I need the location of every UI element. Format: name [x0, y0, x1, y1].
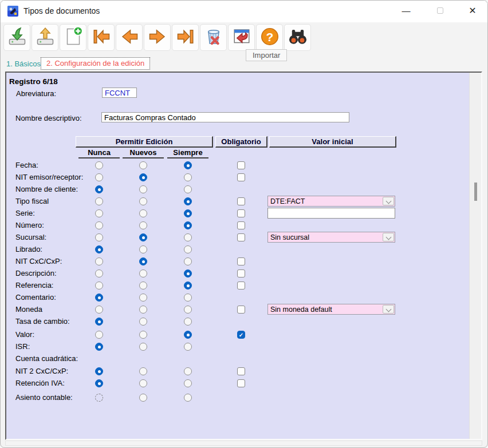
horizontal-scrollbar[interactable] — [5, 441, 482, 446]
radio-nunca[interactable] — [95, 318, 103, 326]
radio-siempre[interactable] — [184, 197, 192, 205]
radio-siempre[interactable] — [184, 282, 192, 290]
radio-nunca[interactable] — [95, 379, 103, 387]
obligatorio-checkbox[interactable] — [237, 197, 245, 205]
import-button[interactable] — [228, 24, 255, 51]
obligatorio-checkbox[interactable] — [237, 221, 245, 229]
save-record-button[interactable] — [3, 24, 30, 51]
radio-siempre[interactable] — [184, 209, 192, 217]
radio-nuevos[interactable] — [139, 245, 147, 253]
radio-siempre[interactable] — [184, 233, 192, 241]
valor-inicial-input[interactable] — [267, 208, 395, 219]
radio-nuevos[interactable] — [139, 379, 147, 387]
radio-nuevos[interactable] — [139, 318, 147, 326]
vertical-scrollbar-thumb[interactable] — [474, 183, 477, 201]
last-record-button[interactable] — [172, 24, 199, 51]
radio-siempre[interactable] — [184, 394, 192, 402]
obligatorio-checkbox[interactable] — [237, 282, 245, 290]
radio-nunca[interactable] — [95, 161, 103, 169]
maximize-button[interactable] — [427, 2, 452, 19]
radio-nunca[interactable] — [95, 294, 103, 302]
load-record-button[interactable] — [32, 24, 58, 51]
valor-inicial-dropdown[interactable]: DTE:FACT — [267, 196, 395, 207]
radio-nuevos[interactable] — [139, 221, 147, 229]
minimize-button[interactable]: — — [393, 2, 419, 19]
radio-siempre[interactable] — [184, 306, 192, 314]
radio-nunca[interactable] — [95, 306, 103, 314]
obligatorio-checkbox[interactable] — [237, 209, 245, 217]
radio-siempre[interactable] — [184, 343, 192, 351]
radio-nunca[interactable] — [95, 173, 103, 181]
obligatorio-checkbox[interactable] — [237, 306, 245, 314]
radio-siempre[interactable] — [184, 257, 192, 265]
abreviatura-field[interactable]: FCCNT — [102, 88, 137, 98]
chevron-down-icon[interactable] — [383, 305, 394, 314]
radio-nuevos[interactable] — [139, 185, 147, 193]
obligatorio-checkbox[interactable] — [237, 379, 245, 387]
radio-nuevos[interactable] — [139, 331, 147, 339]
previous-record-button[interactable] — [116, 24, 143, 51]
chevron-down-icon[interactable] — [383, 233, 394, 241]
radio-nuevos[interactable] — [139, 173, 147, 181]
valor-inicial-dropdown[interactable]: Sin sucursal — [267, 232, 395, 243]
obligatorio-checkbox[interactable] — [237, 161, 245, 169]
first-record-button[interactable] — [88, 24, 115, 51]
chevron-down-icon[interactable] — [383, 197, 394, 205]
valor-inicial-dropdown[interactable]: Sin moneda default — [267, 304, 395, 315]
title-bar: Tipos de documentos — ✕ — [1, 1, 487, 22]
radio-siempre[interactable] — [184, 161, 192, 169]
obligatorio-checkbox[interactable]: ✓ — [237, 331, 245, 339]
radio-nuevos[interactable] — [139, 269, 147, 277]
radio-nunca[interactable] — [95, 343, 103, 351]
radio-nuevos[interactable] — [139, 233, 147, 241]
radio-siempre[interactable] — [184, 245, 192, 253]
obligatorio-checkbox[interactable] — [237, 269, 245, 277]
radio-nuevos[interactable] — [139, 367, 147, 375]
radio-nunca[interactable] — [95, 331, 103, 339]
radio-siempre[interactable] — [184, 173, 192, 181]
radio-siempre[interactable] — [184, 269, 192, 277]
delete-record-button[interactable] — [200, 24, 227, 51]
radio-siempre[interactable] — [184, 294, 192, 302]
radio-nuevos[interactable] — [139, 394, 147, 402]
radio-siempre[interactable] — [184, 221, 192, 229]
radio-nunca[interactable] — [95, 394, 103, 402]
help-button[interactable]: ? — [256, 24, 283, 51]
radio-nunca[interactable] — [95, 233, 103, 241]
radio-nunca[interactable] — [95, 367, 103, 375]
radio-nuevos[interactable] — [139, 161, 147, 169]
radio-nunca[interactable] — [95, 282, 103, 290]
row-label: Fecha: — [15, 160, 38, 171]
radio-nuevos[interactable] — [139, 282, 147, 290]
radio-siempre[interactable] — [184, 185, 192, 193]
close-button[interactable]: ✕ — [460, 2, 485, 19]
nombre-descriptivo-field[interactable]: Facturas Compras Contado — [101, 112, 349, 122]
tab-basicos[interactable]: 1. Básicos — [6, 60, 41, 68]
radio-nunca[interactable] — [95, 197, 103, 205]
radio-nuevos[interactable] — [139, 257, 147, 265]
obligatorio-checkbox[interactable] — [237, 173, 245, 181]
radio-nunca[interactable] — [95, 185, 103, 193]
radio-nunca[interactable] — [95, 245, 103, 253]
radio-siempre[interactable] — [184, 331, 192, 339]
new-record-button[interactable] — [60, 24, 86, 51]
obligatorio-checkbox[interactable] — [237, 367, 245, 375]
radio-nunca[interactable] — [95, 269, 103, 277]
radio-nuevos[interactable] — [139, 294, 147, 302]
radio-siempre[interactable] — [184, 379, 192, 387]
radio-nunca[interactable] — [95, 209, 103, 217]
obligatorio-checkbox[interactable] — [237, 233, 245, 241]
radio-nunca[interactable] — [95, 257, 103, 265]
radio-nuevos[interactable] — [139, 343, 147, 351]
radio-nuevos[interactable] — [139, 197, 147, 205]
radio-nuevos[interactable] — [139, 306, 147, 314]
radio-nuevos[interactable] — [139, 209, 147, 217]
next-record-button[interactable] — [144, 24, 171, 51]
radio-siempre[interactable] — [184, 367, 192, 375]
search-button[interactable] — [284, 24, 311, 51]
vertical-scrollbar[interactable] — [469, 73, 481, 439]
obligatorio-checkbox[interactable] — [237, 257, 245, 265]
tab-configuracion-edicion[interactable]: 2. Configuración de la edición — [41, 57, 150, 70]
radio-nunca[interactable] — [95, 221, 103, 229]
radio-siempre[interactable] — [184, 318, 192, 326]
